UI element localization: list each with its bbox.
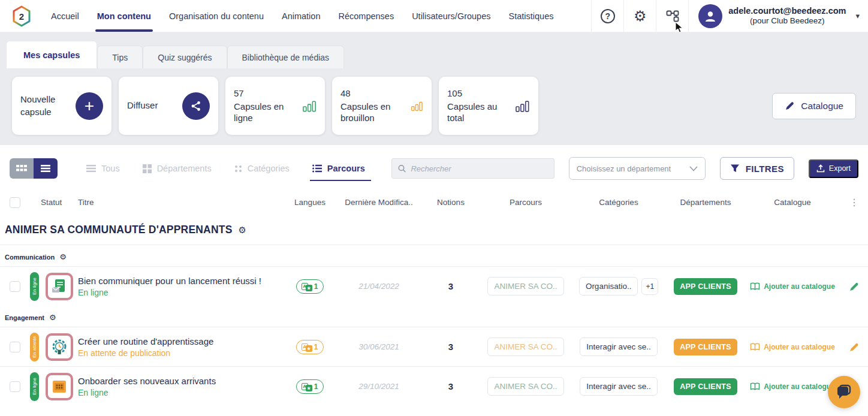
departments-cell: APP CLIENTS bbox=[667, 278, 745, 295]
diffuser-label: Diffuser bbox=[127, 100, 158, 111]
top-navbar: 2 Accueil Mon contenu Organisation du co… bbox=[0, 0, 868, 32]
capsule-title-cell[interactable]: Onboarder ses nouveaux arrivants En lign… bbox=[78, 376, 283, 397]
parcours-chip[interactable]: ANIMER SA CO.. bbox=[487, 277, 563, 296]
capsule-thumbnail[interactable] bbox=[46, 333, 73, 361]
row-checkbox[interactable] bbox=[10, 342, 20, 352]
mouse-cursor bbox=[675, 22, 685, 34]
status-badge: En ligne bbox=[30, 272, 39, 301]
export-button[interactable]: Export bbox=[809, 159, 858, 178]
department-badge[interactable]: APP CLIENTS bbox=[674, 278, 737, 295]
row-checkbox[interactable] bbox=[10, 281, 20, 292]
notions-count: 3 bbox=[421, 381, 481, 391]
filter-tab-categories[interactable]: Catégories bbox=[234, 164, 290, 173]
filter-tab-tous[interactable]: Tous bbox=[86, 164, 120, 173]
catalogue-button[interactable]: Catalogue bbox=[772, 93, 856, 119]
stat-online-count: 57 bbox=[234, 88, 303, 100]
filter-tab-parcours[interactable]: Parcours bbox=[312, 164, 365, 173]
parcours-cell: ANIMER SA CO.. bbox=[481, 377, 571, 396]
capsule-thumbnail[interactable] bbox=[46, 273, 73, 300]
category-more-chip[interactable]: +1 bbox=[641, 278, 658, 295]
tab-mes-capsules[interactable]: Mes capsules bbox=[6, 41, 97, 68]
capsule-title-cell[interactable]: Créer une routine d'apprentissage En att… bbox=[78, 336, 283, 358]
column-notions[interactable]: Notions bbox=[421, 198, 481, 207]
category-chip[interactable]: Interagir avec se.. bbox=[580, 377, 657, 396]
category-chip[interactable]: Organisatio.. bbox=[579, 277, 638, 296]
nav-item-statistiques[interactable]: Statistiques bbox=[500, 0, 563, 32]
new-capsule-card[interactable]: Nouvelle capsule + bbox=[12, 77, 111, 135]
add-to-catalogue-label: Ajouter au catalogue bbox=[764, 343, 835, 351]
list-view-button[interactable] bbox=[34, 158, 58, 179]
settings-button[interactable]: ⚙ bbox=[623, 0, 656, 32]
capsule-title-cell[interactable]: Bien communiquer pour un lancement réuss… bbox=[78, 276, 283, 297]
nav-item-utilisateurs[interactable]: Utilisateurs/Groupes bbox=[403, 0, 499, 32]
column-langues[interactable]: Langues bbox=[283, 198, 337, 207]
parcours-cell: ANIMER SA CO.. bbox=[481, 337, 571, 356]
search-icon bbox=[398, 164, 406, 173]
add-to-catalogue-link[interactable]: Ajouter au catalogue bbox=[750, 382, 835, 391]
thumbnail-art bbox=[50, 278, 68, 296]
beedeez-logo[interactable]: 2 bbox=[0, 0, 42, 32]
section-settings-icon[interactable]: ⚙ bbox=[49, 313, 56, 321]
group-settings-icon[interactable]: ⚙ bbox=[239, 225, 246, 234]
chevron-down-icon[interactable]: ▾ bbox=[855, 11, 860, 20]
nav-item-animation[interactable]: Animation bbox=[273, 0, 329, 32]
dots-grid-icon bbox=[234, 165, 242, 173]
add-to-catalogue-link[interactable]: Ajouter au catalogue bbox=[750, 343, 835, 351]
select-all-checkbox[interactable] bbox=[10, 197, 20, 208]
edit-pencil-icon[interactable] bbox=[849, 342, 860, 352]
column-categories[interactable]: Catégories bbox=[571, 198, 667, 207]
parcours-chip[interactable]: ANIMER SA CO.. bbox=[487, 377, 563, 396]
column-catalogue[interactable]: Catalogue bbox=[745, 198, 840, 207]
parcours-chip[interactable]: ANIMER SA CO.. bbox=[487, 337, 563, 356]
nav-item-accueil[interactable]: Accueil bbox=[42, 0, 88, 32]
department-badge[interactable]: APP CLIENTS bbox=[674, 378, 737, 395]
capsule-thumbnail[interactable] bbox=[46, 373, 73, 400]
squares-icon bbox=[143, 164, 152, 173]
column-statut[interactable]: Statut bbox=[30, 198, 78, 207]
filter-tab-departements[interactable]: Départements bbox=[143, 164, 212, 173]
notions-count: 3 bbox=[421, 281, 481, 291]
language-badge[interactable]: A★ 1 bbox=[296, 379, 324, 394]
grid-view-button[interactable] bbox=[10, 158, 34, 179]
categories-cell: Interagir avec se.. bbox=[571, 337, 667, 356]
departments-cell: APP CLIENTS bbox=[667, 378, 745, 395]
category-chip[interactable]: Interagir avec se.. bbox=[580, 337, 657, 356]
user-menu[interactable]: adele.courtot@beedeez.com (pour Club Bee… bbox=[688, 0, 868, 32]
user-email: adele.courtot@beedeez.com bbox=[728, 5, 846, 16]
tab-quiz-suggeres[interactable]: Quiz suggérés bbox=[143, 46, 227, 68]
filters-button[interactable]: FILTRES bbox=[720, 157, 794, 180]
edit-pencil-icon[interactable] bbox=[849, 281, 860, 292]
catalogue-button-label: Catalogue bbox=[801, 101, 843, 111]
section-title: Engagement bbox=[5, 314, 44, 321]
help-button[interactable]: ? bbox=[591, 0, 623, 32]
department-select[interactable]: Choisissez un département bbox=[569, 157, 706, 180]
column-departements[interactable]: Départements bbox=[667, 198, 745, 207]
department-badge[interactable]: APP CLIENTS bbox=[674, 339, 737, 355]
nav-item-mon-contenu[interactable]: Mon contenu bbox=[88, 0, 160, 32]
tab-tips[interactable]: Tips bbox=[97, 46, 143, 68]
modified-date: 29/10/2021 bbox=[337, 382, 421, 391]
column-derniere-modification[interactable]: Dernière Modifica.. bbox=[337, 198, 421, 207]
section-settings-icon[interactable]: ⚙ bbox=[59, 253, 67, 261]
tab-bibliotheque-medias[interactable]: Bibliothèque de médias bbox=[227, 46, 345, 68]
bar-chart-icon bbox=[516, 100, 530, 113]
nav-item-organisation[interactable]: Organisation du contenu bbox=[160, 0, 273, 32]
language-badge[interactable]: A★ 1 bbox=[296, 279, 324, 294]
row-checkbox[interactable] bbox=[10, 381, 20, 392]
help-icon: ? bbox=[601, 9, 615, 23]
column-menu-icon[interactable]: ⋮ bbox=[840, 197, 868, 208]
column-parcours[interactable]: Parcours bbox=[481, 198, 571, 207]
nav-item-recompenses[interactable]: Récompenses bbox=[329, 0, 403, 32]
language-badge[interactable]: A★ 1 bbox=[296, 340, 324, 354]
add-to-catalogue-link[interactable]: Ajouter au catalogue bbox=[750, 282, 835, 291]
edit-cell bbox=[840, 342, 868, 352]
column-titre[interactable]: Titre bbox=[78, 198, 283, 207]
language-count: 1 bbox=[314, 343, 318, 351]
stat-card-total: 105 Capsules au total bbox=[439, 77, 538, 135]
share-icon bbox=[182, 92, 210, 120]
action-cards-row: Nouvelle capsule + Diffuser 57 Capsules … bbox=[0, 68, 868, 145]
search-input[interactable] bbox=[411, 164, 547, 173]
capsule-title: Onboarder ses nouveaux arrivants bbox=[78, 376, 283, 386]
chat-widget-button[interactable] bbox=[828, 376, 860, 408]
diffuser-card[interactable]: Diffuser bbox=[119, 77, 218, 135]
